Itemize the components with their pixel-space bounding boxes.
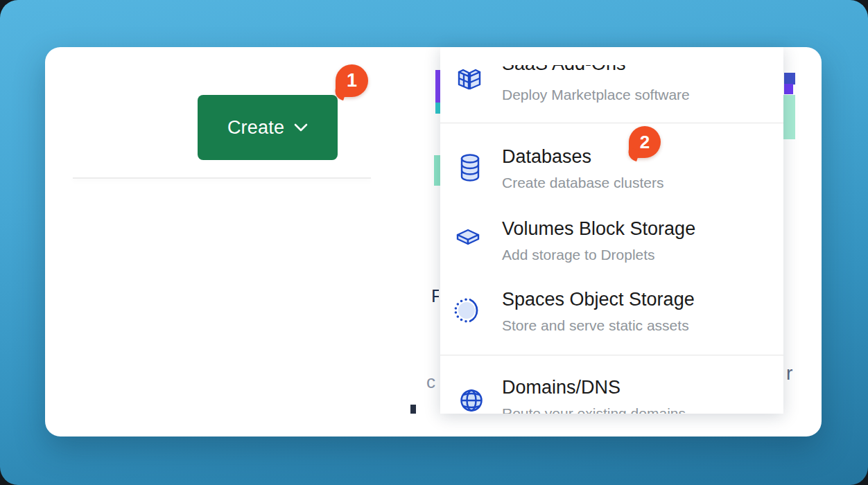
background-fragment-mint-right — [783, 95, 795, 139]
menu-item-title-clipped: SaaS Add-Ons — [502, 65, 626, 73]
content-card: Create 1 F c r — [45, 47, 822, 436]
background-fragment-mint-left — [434, 155, 440, 186]
background-fragment-blue-right — [784, 73, 795, 85]
menu-item-subtitle: Create database clusters — [502, 175, 663, 191]
menu-item-title: Spaces Object Storage — [502, 289, 695, 310]
marketplace-cube-icon — [455, 67, 483, 98]
create-dropdown-menu: SaaS Add-Ons Deploy Marketplace software — [440, 47, 783, 414]
menu-item-title: Databases — [502, 146, 591, 168]
menu-item-subtitle: Route your existing domains — [502, 405, 686, 414]
background-text-fragment-c: c — [426, 371, 436, 391]
background-text-fragment-f: F — [431, 285, 439, 310]
menu-item-title: Domains/DNS — [502, 377, 620, 398]
create-button-label: Create — [227, 117, 284, 139]
tutorial-background: Create 1 F c r — [0, 0, 868, 485]
volume-block-icon — [454, 227, 482, 254]
menu-item-subtitle: Deploy Marketplace software — [502, 87, 690, 103]
menu-item-subtitle: Store and serve static assets — [502, 317, 689, 334]
menu-divider — [440, 355, 783, 355]
background-fragment-purple-right — [784, 84, 793, 94]
database-icon — [456, 153, 484, 185]
spaces-circle-icon — [452, 294, 484, 329]
background-fragment-dark-tick — [410, 405, 416, 414]
globe-icon — [457, 386, 486, 414]
page-divider — [73, 177, 371, 179]
callout-badge-1: 1 — [336, 64, 368, 97]
menu-item-title: Volumes Block Storage — [502, 218, 695, 240]
create-button[interactable]: Create — [198, 95, 338, 160]
menu-item-subtitle: Add storage to Droplets — [502, 247, 655, 263]
menu-divider — [440, 123, 783, 123]
callout-badge-2-number: 2 — [640, 132, 650, 153]
callout-badge-2-tail — [626, 148, 640, 161]
background-text-fragment-r: r — [786, 362, 796, 383]
chevron-down-icon — [294, 123, 308, 132]
callout-badge-2: 2 — [629, 126, 661, 158]
callout-badge-1-number: 1 — [347, 70, 357, 91]
